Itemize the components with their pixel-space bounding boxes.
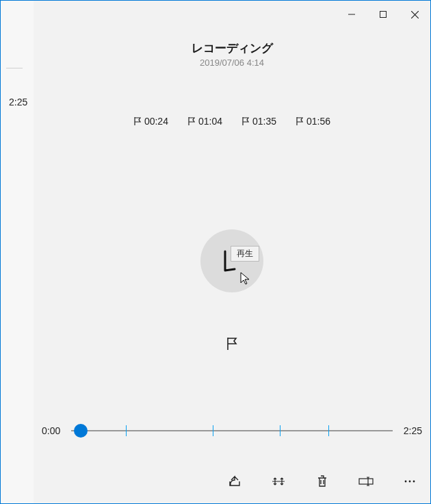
markers-row: 00:24 01:04 01:35 01:56 [34, 116, 430, 127]
flag-icon [187, 116, 196, 126]
marker-time: 01:04 [198, 116, 222, 127]
flag-icon [225, 336, 239, 351]
close-button[interactable] [399, 3, 430, 25]
svg-point-4 [413, 481, 415, 483]
play-tooltip: 再生 [231, 246, 259, 262]
play-button[interactable]: 再生 [200, 229, 263, 292]
scrub-current-time: 0:00 [42, 425, 60, 436]
trim-icon [271, 476, 286, 487]
close-icon [411, 11, 419, 18]
bottom-bar [226, 473, 418, 490]
minimize-icon [348, 11, 355, 18]
share-button[interactable] [226, 473, 243, 490]
marker-item[interactable]: 01:56 [296, 116, 330, 127]
sidebar: 2:25 [1, 1, 34, 503]
delete-button[interactable] [314, 473, 330, 490]
flag-icon [296, 116, 304, 126]
window-controls [336, 1, 430, 28]
cursor-icon [240, 272, 251, 286]
maximize-icon [380, 11, 387, 18]
marker-time: 01:56 [306, 116, 330, 127]
scrub-track[interactable] [71, 423, 393, 439]
marker-item[interactable]: 00:24 [133, 116, 168, 127]
scrub-total-time: 2:25 [404, 425, 422, 436]
trim-button[interactable] [270, 473, 287, 490]
add-marker-button[interactable] [225, 336, 239, 351]
app-window: 2:25 レコーディング 2019/07/06 4:14 00:24 01:04… [0, 0, 431, 504]
scrub-line [71, 430, 393, 431]
scrub-tick [126, 425, 127, 436]
trash-icon [316, 475, 328, 488]
recording-title: レコーディング [34, 40, 430, 56]
scrub-tick [280, 425, 280, 436]
marker-item[interactable]: 01:35 [241, 116, 276, 127]
flag-icon [133, 116, 142, 126]
more-icon [404, 479, 416, 483]
maximize-button[interactable] [367, 3, 399, 25]
share-icon [228, 475, 241, 488]
marker-time: 01:35 [252, 116, 276, 127]
sidebar-divider [6, 68, 23, 68]
play-area: 再生 [34, 229, 430, 292]
marker-time: 00:24 [144, 116, 168, 127]
flag-icon [241, 116, 250, 126]
marker-item[interactable]: 01:04 [187, 116, 222, 127]
scrub-area: 0:00 2:25 [42, 423, 422, 439]
scrub-tick [213, 425, 213, 436]
more-button[interactable] [402, 473, 418, 490]
rename-icon [358, 477, 374, 486]
recording-heading: レコーディング 2019/07/06 4:14 [34, 40, 430, 68]
rename-button[interactable] [358, 473, 374, 490]
scrub-thumb[interactable] [74, 424, 88, 438]
add-marker-area [34, 336, 430, 351]
svg-point-2 [405, 481, 407, 483]
minimize-button[interactable] [336, 3, 367, 25]
scrub-tick [328, 425, 329, 436]
svg-rect-1 [359, 479, 373, 484]
sidebar-duration: 2:25 [9, 97, 27, 108]
recording-date: 2019/07/06 4:14 [34, 58, 430, 68]
svg-rect-0 [380, 12, 387, 18]
svg-point-3 [409, 481, 411, 483]
